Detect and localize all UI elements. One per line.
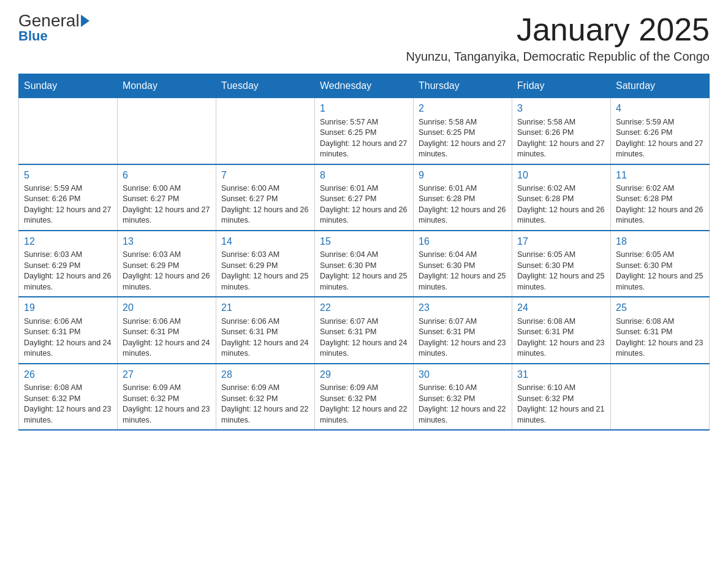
- calendar-week-row: 5Sunrise: 5:59 AMSunset: 6:26 PMDaylight…: [19, 164, 710, 231]
- table-row: 7Sunrise: 6:00 AMSunset: 6:27 PMDaylight…: [216, 164, 315, 231]
- day-info: Sunrise: 6:06 AMSunset: 6:31 PMDaylight:…: [221, 316, 309, 359]
- table-row: 27Sunrise: 6:09 AMSunset: 6:32 PMDayligh…: [118, 364, 216, 430]
- table-row: 4Sunrise: 5:59 AMSunset: 6:26 PMDaylight…: [611, 98, 710, 164]
- day-number: 17: [517, 235, 605, 248]
- day-number: 3: [517, 102, 605, 115]
- day-info: Sunrise: 6:09 AMSunset: 6:32 PMDaylight:…: [123, 383, 211, 426]
- table-row: 28Sunrise: 6:09 AMSunset: 6:32 PMDayligh…: [216, 364, 315, 430]
- day-info: Sunrise: 6:03 AMSunset: 6:29 PMDaylight:…: [24, 250, 112, 293]
- table-row: 1Sunrise: 5:57 AMSunset: 6:25 PMDaylight…: [315, 98, 414, 164]
- table-row: 22Sunrise: 6:07 AMSunset: 6:31 PMDayligh…: [315, 297, 414, 363]
- col-tuesday: Tuesday: [216, 74, 315, 98]
- calendar-week-row: 26Sunrise: 6:08 AMSunset: 6:32 PMDayligh…: [19, 364, 710, 430]
- col-saturday: Saturday: [611, 74, 710, 98]
- day-info: Sunrise: 6:10 AMSunset: 6:32 PMDaylight:…: [419, 383, 507, 426]
- table-row: 6Sunrise: 6:00 AMSunset: 6:27 PMDaylight…: [118, 164, 216, 231]
- day-number: 6: [123, 169, 211, 182]
- day-number: 27: [123, 368, 211, 381]
- table-row: 3Sunrise: 5:58 AMSunset: 6:26 PMDaylight…: [512, 98, 611, 164]
- table-row: [19, 98, 118, 164]
- table-row: [216, 98, 315, 164]
- table-row: 14Sunrise: 6:03 AMSunset: 6:29 PMDayligh…: [216, 231, 315, 297]
- day-number: 23: [419, 301, 507, 315]
- day-number: 5: [24, 169, 112, 182]
- day-number: 15: [320, 235, 408, 248]
- day-info: Sunrise: 6:09 AMSunset: 6:32 PMDaylight:…: [221, 383, 309, 426]
- table-row: 8Sunrise: 6:01 AMSunset: 6:27 PMDaylight…: [315, 164, 414, 231]
- table-row: 23Sunrise: 6:07 AMSunset: 6:31 PMDayligh…: [414, 297, 512, 363]
- calendar-header-row: Sunday Monday Tuesday Wednesday Thursday…: [19, 74, 710, 98]
- calendar-title: January 2025: [406, 12, 710, 47]
- day-number: 9: [419, 169, 507, 182]
- table-row: [611, 364, 710, 430]
- day-info: Sunrise: 6:10 AMSunset: 6:32 PMDaylight:…: [517, 383, 605, 426]
- table-row: 2Sunrise: 5:58 AMSunset: 6:25 PMDaylight…: [414, 98, 512, 164]
- day-info: Sunrise: 6:06 AMSunset: 6:31 PMDaylight:…: [123, 316, 211, 359]
- day-number: 16: [419, 235, 507, 248]
- day-number: 19: [24, 301, 112, 315]
- day-number: 21: [221, 301, 309, 315]
- logo: General Blue: [18, 12, 89, 44]
- day-info: Sunrise: 6:08 AMSunset: 6:32 PMDaylight:…: [24, 383, 112, 426]
- col-thursday: Thursday: [414, 74, 512, 98]
- table-row: 18Sunrise: 6:05 AMSunset: 6:30 PMDayligh…: [611, 231, 710, 297]
- logo-general: General: [18, 12, 80, 29]
- col-monday: Monday: [118, 74, 216, 98]
- table-row: 11Sunrise: 6:02 AMSunset: 6:28 PMDayligh…: [611, 164, 710, 231]
- day-info: Sunrise: 6:01 AMSunset: 6:27 PMDaylight:…: [320, 183, 408, 226]
- day-info: Sunrise: 6:07 AMSunset: 6:31 PMDaylight:…: [320, 316, 408, 359]
- day-info: Sunrise: 6:08 AMSunset: 6:31 PMDaylight:…: [517, 316, 605, 359]
- day-number: 31: [517, 368, 605, 381]
- day-info: Sunrise: 6:02 AMSunset: 6:28 PMDaylight:…: [517, 183, 605, 226]
- title-area: January 2025 Nyunzu, Tanganyika, Democra…: [406, 12, 710, 64]
- col-sunday: Sunday: [19, 74, 118, 98]
- table-row: 9Sunrise: 6:01 AMSunset: 6:28 PMDaylight…: [414, 164, 512, 231]
- table-row: 31Sunrise: 6:10 AMSunset: 6:32 PMDayligh…: [512, 364, 611, 430]
- col-wednesday: Wednesday: [315, 74, 414, 98]
- day-info: Sunrise: 6:08 AMSunset: 6:31 PMDaylight:…: [616, 316, 704, 359]
- table-row: 26Sunrise: 6:08 AMSunset: 6:32 PMDayligh…: [19, 364, 118, 430]
- table-row: 16Sunrise: 6:04 AMSunset: 6:30 PMDayligh…: [414, 231, 512, 297]
- day-number: 12: [24, 235, 112, 248]
- calendar-table: Sunday Monday Tuesday Wednesday Thursday…: [18, 74, 710, 431]
- table-row: 20Sunrise: 6:06 AMSunset: 6:31 PMDayligh…: [118, 297, 216, 363]
- day-info: Sunrise: 5:57 AMSunset: 6:25 PMDaylight:…: [320, 117, 408, 160]
- day-info: Sunrise: 6:04 AMSunset: 6:30 PMDaylight:…: [320, 250, 408, 293]
- day-info: Sunrise: 5:58 AMSunset: 6:25 PMDaylight:…: [419, 117, 507, 160]
- table-row: 17Sunrise: 6:05 AMSunset: 6:30 PMDayligh…: [512, 231, 611, 297]
- day-info: Sunrise: 6:04 AMSunset: 6:30 PMDaylight:…: [419, 250, 507, 293]
- day-info: Sunrise: 6:00 AMSunset: 6:27 PMDaylight:…: [221, 183, 309, 226]
- day-number: 26: [24, 368, 112, 381]
- day-number: 8: [320, 169, 408, 182]
- day-number: 25: [616, 301, 704, 315]
- day-info: Sunrise: 5:58 AMSunset: 6:26 PMDaylight:…: [517, 117, 605, 160]
- day-number: 7: [221, 169, 309, 182]
- day-number: 4: [616, 102, 704, 115]
- table-row: 19Sunrise: 6:06 AMSunset: 6:31 PMDayligh…: [19, 297, 118, 363]
- calendar-subtitle: Nyunzu, Tanganyika, Democratic Republic …: [406, 50, 710, 64]
- day-info: Sunrise: 6:00 AMSunset: 6:27 PMDaylight:…: [123, 183, 211, 226]
- day-info: Sunrise: 6:06 AMSunset: 6:31 PMDaylight:…: [24, 316, 112, 359]
- calendar-week-row: 1Sunrise: 5:57 AMSunset: 6:25 PMDaylight…: [19, 98, 710, 164]
- table-row: [118, 98, 216, 164]
- calendar-week-row: 12Sunrise: 6:03 AMSunset: 6:29 PMDayligh…: [19, 231, 710, 297]
- day-info: Sunrise: 6:03 AMSunset: 6:29 PMDaylight:…: [221, 250, 309, 293]
- logo-arrow-icon: [81, 15, 89, 27]
- day-info: Sunrise: 6:09 AMSunset: 6:32 PMDaylight:…: [320, 383, 408, 426]
- day-info: Sunrise: 6:05 AMSunset: 6:30 PMDaylight:…: [517, 250, 605, 293]
- day-info: Sunrise: 6:07 AMSunset: 6:31 PMDaylight:…: [419, 316, 507, 359]
- day-number: 28: [221, 368, 309, 381]
- day-number: 1: [320, 102, 408, 115]
- day-info: Sunrise: 5:59 AMSunset: 6:26 PMDaylight:…: [24, 183, 112, 226]
- header: General Blue January 2025 Nyunzu, Tangan…: [18, 12, 710, 64]
- table-row: 5Sunrise: 5:59 AMSunset: 6:26 PMDaylight…: [19, 164, 118, 231]
- day-number: 14: [221, 235, 309, 248]
- table-row: 24Sunrise: 6:08 AMSunset: 6:31 PMDayligh…: [512, 297, 611, 363]
- day-info: Sunrise: 6:02 AMSunset: 6:28 PMDaylight:…: [616, 183, 704, 226]
- table-row: 10Sunrise: 6:02 AMSunset: 6:28 PMDayligh…: [512, 164, 611, 231]
- table-row: 21Sunrise: 6:06 AMSunset: 6:31 PMDayligh…: [216, 297, 315, 363]
- day-info: Sunrise: 6:01 AMSunset: 6:28 PMDaylight:…: [419, 183, 507, 226]
- table-row: 25Sunrise: 6:08 AMSunset: 6:31 PMDayligh…: [611, 297, 710, 363]
- day-number: 22: [320, 301, 408, 315]
- table-row: 30Sunrise: 6:10 AMSunset: 6:32 PMDayligh…: [414, 364, 512, 430]
